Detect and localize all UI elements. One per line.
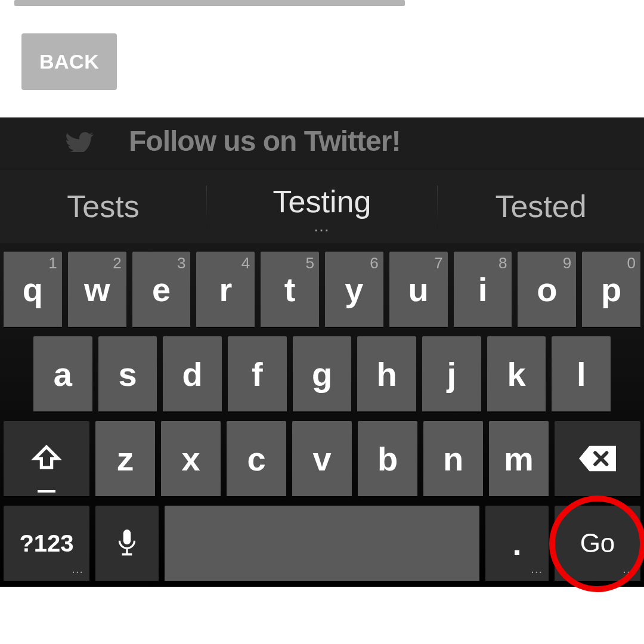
on-screen-keyboard: Tests Testing … Tested q1w2e3r4t5y6u7i8o…: [0, 169, 644, 587]
key-label: k: [507, 355, 525, 394]
twitter-link-text[interactable]: Follow us on Twitter!: [129, 125, 400, 157]
key-label: u: [408, 270, 429, 309]
key-label: o: [537, 270, 557, 309]
key-label: z: [117, 439, 134, 478]
key-u[interactable]: u7: [389, 252, 448, 328]
popup-dots-icon: ···: [623, 565, 634, 578]
key-d[interactable]: d: [163, 336, 222, 413]
voice-input-key[interactable]: [95, 506, 159, 582]
suggestion-left[interactable]: Tests: [0, 188, 206, 224]
key-label: a: [54, 355, 72, 394]
suggestion-label: Testing: [273, 184, 371, 219]
key-o[interactable]: o9: [518, 252, 576, 328]
key-label: t: [284, 270, 296, 309]
period-key[interactable]: . ···: [485, 506, 549, 582]
key-label: n: [443, 439, 463, 478]
microphone-icon: [117, 528, 137, 558]
popup-dots-icon: ···: [531, 565, 543, 578]
key-g[interactable]: g: [293, 336, 352, 413]
key-h[interactable]: h: [357, 336, 416, 413]
suggestion-right[interactable]: Tested: [438, 188, 644, 224]
key-label: m: [504, 439, 534, 478]
key-label: x: [181, 439, 200, 478]
key-label: r: [219, 270, 232, 309]
key-t[interactable]: t5: [261, 252, 319, 328]
suggestion-label: Tests: [67, 188, 139, 224]
input-field-remnant: [14, 0, 405, 6]
key-label: g: [312, 355, 332, 394]
shift-underline-icon: [38, 490, 55, 493]
suggestion-label: Tested: [495, 188, 586, 224]
key-p[interactable]: p0: [582, 252, 640, 328]
key-i[interactable]: i8: [454, 252, 512, 328]
key-label: h: [377, 355, 397, 394]
key-m[interactable]: m: [489, 421, 549, 497]
footer-banner: Follow us on Twitter!: [0, 117, 644, 169]
twitter-bird-icon: [63, 129, 95, 152]
svg-rect-0: [123, 530, 131, 544]
key-alt-label: 2: [113, 254, 121, 273]
key-l[interactable]: l: [552, 336, 611, 413]
key-label: b: [377, 439, 398, 478]
key-q[interactable]: q1: [4, 252, 62, 328]
key-alt-label: 0: [627, 254, 636, 273]
key-alt-label: 5: [306, 254, 314, 273]
key-label: l: [577, 355, 586, 394]
backspace-key[interactable]: [555, 421, 640, 497]
key-label: j: [447, 355, 457, 394]
key-alt-label: 4: [242, 254, 250, 273]
key-label: p: [601, 270, 621, 309]
key-label: c: [247, 439, 265, 478]
key-k[interactable]: k: [487, 336, 546, 413]
popup-dots-icon: ···: [72, 565, 83, 578]
key-alt-label: 8: [499, 254, 507, 273]
key-x[interactable]: x: [161, 421, 221, 497]
keyboard-row-2: asdfghjkl: [4, 336, 640, 413]
spacebar-key[interactable]: [165, 506, 479, 582]
suggestion-bar: Tests Testing … Tested: [0, 169, 644, 243]
period-key-label: .: [512, 524, 522, 563]
key-label: w: [84, 270, 110, 309]
key-n[interactable]: n: [423, 421, 483, 497]
key-s[interactable]: s: [98, 336, 157, 413]
key-v[interactable]: v: [292, 421, 352, 497]
symbols-key-label: ?123: [19, 530, 73, 557]
key-y[interactable]: y6: [325, 252, 383, 328]
key-a[interactable]: a: [33, 336, 92, 413]
key-alt-label: 7: [434, 254, 442, 273]
key-alt-label: 3: [177, 254, 185, 273]
shift-key[interactable]: [4, 421, 89, 497]
suggestion-center[interactable]: Testing …: [207, 184, 437, 229]
symbols-key[interactable]: ?123 ···: [4, 506, 89, 582]
go-key-label: Go: [580, 528, 615, 558]
back-button[interactable]: BACK: [21, 33, 117, 90]
key-alt-label: 6: [370, 254, 378, 273]
key-b[interactable]: b: [358, 421, 417, 497]
key-e[interactable]: e3: [132, 252, 191, 328]
key-w[interactable]: w2: [68, 252, 126, 328]
key-label: q: [23, 270, 43, 309]
keyboard-row-1: q1w2e3r4t5y6u7i8o9p0: [4, 252, 640, 328]
more-suggestions-icon: …: [313, 223, 331, 229]
key-label: e: [152, 270, 171, 309]
go-key[interactable]: Go ···: [555, 506, 640, 582]
key-label: d: [182, 355, 203, 394]
key-label: i: [478, 270, 488, 309]
backspace-icon: [579, 445, 616, 472]
shift-arrow-icon: [31, 443, 62, 474]
key-label: v: [312, 439, 331, 478]
keyboard-row-4: ?123 ··· . ··· Go ···: [4, 506, 640, 582]
key-c[interactable]: c: [227, 421, 286, 497]
key-alt-label: 9: [563, 254, 571, 273]
key-r[interactable]: r4: [196, 252, 255, 328]
key-label: y: [345, 270, 363, 309]
keyboard-row-3: zxcvbnm: [4, 421, 640, 497]
key-label: f: [252, 355, 263, 394]
key-f[interactable]: f: [228, 336, 287, 413]
key-label: s: [118, 355, 137, 394]
key-j[interactable]: j: [422, 336, 481, 413]
key-alt-label: 1: [48, 254, 57, 273]
key-z[interactable]: z: [95, 421, 155, 497]
